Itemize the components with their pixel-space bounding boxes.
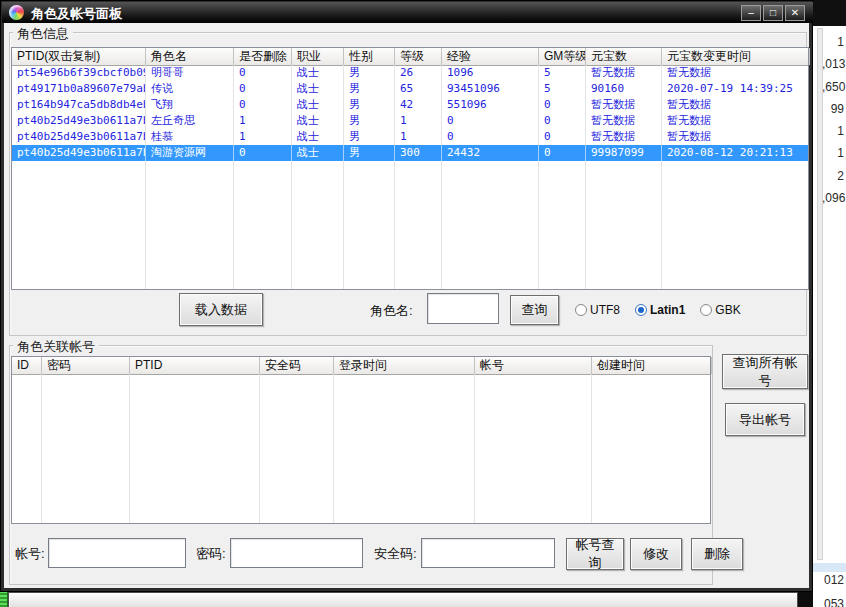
table-row[interactable]: pt49171b0a89607e79ab传说0战士男65934510965901… <box>12 81 808 97</box>
password-input[interactable] <box>230 538 363 568</box>
minimize-button[interactable]: – <box>741 5 761 21</box>
account-label: 帐号: <box>15 545 45 563</box>
account-table[interactable]: ID密码PTID安全码登录时间帐号创建时间 <box>11 356 711 524</box>
table-cell: 65 <box>395 81 442 97</box>
column-header[interactable]: GM等级 <box>539 48 586 65</box>
account-table-header: ID密码PTID安全码登录时间帐号创建时间 <box>12 357 710 375</box>
table-cell: 男 <box>344 129 395 145</box>
security-code-label: 安全码: <box>374 545 417 563</box>
maximize-button[interactable]: □ <box>763 5 783 21</box>
table-cell: 0 <box>539 145 586 161</box>
table-cell: 0 <box>539 129 586 145</box>
account-query-button[interactable]: 帐号查询 <box>566 538 624 570</box>
column-header[interactable]: 是否删除 <box>234 48 292 65</box>
table-cell: 战士 <box>292 113 344 129</box>
table-cell: 战士 <box>292 97 344 113</box>
radio-icon <box>575 304 587 316</box>
table-cell: 左丘奇思 <box>146 113 234 129</box>
table-cell: 男 <box>344 97 395 113</box>
role-name-input[interactable] <box>427 293 499 324</box>
column-header[interactable]: 角色名 <box>146 48 234 65</box>
table-cell: 战士 <box>292 145 344 161</box>
encoding-radio-utf8[interactable]: UTF8 <box>575 303 620 317</box>
table-cell: 1 <box>395 113 442 129</box>
table-cell: 战士 <box>292 65 344 81</box>
table-cell: pt54e96b6f39cbcf0b09 <box>12 65 146 81</box>
column-header[interactable]: 等级 <box>395 48 442 65</box>
load-data-button[interactable]: 载入数据 <box>179 293 263 326</box>
table-cell: 男 <box>344 65 395 81</box>
column-header[interactable]: PTID <box>130 357 260 374</box>
table-cell: 2020-08-12 20:21:13 <box>662 145 808 161</box>
column-header[interactable]: 元宝数 <box>586 48 662 65</box>
table-row[interactable]: pt164b947ca5db8db4eb飞翔0战士男425510960暂无数据暂… <box>12 97 808 113</box>
table-cell: 暂无数据 <box>662 129 808 145</box>
delete-button[interactable]: 删除 <box>691 538 743 570</box>
table-cell: pt40b25d49e3b0611a7b <box>12 129 146 145</box>
app-window: 角色及帐号面板 – □ ✕ 角色信息 PTID(双击复制)角色名是否删除职业性别… <box>0 0 813 592</box>
table-cell: 2020-07-19 14:39:25 <box>662 81 808 97</box>
radio-label: UTF8 <box>590 303 620 317</box>
role-info-group-label: 角色信息 <box>13 25 73 43</box>
table-cell: pt49171b0a89607e79ab <box>12 81 146 97</box>
table-row[interactable]: pt40b25d49e3b0611a7b淘游资源网0战士男30024432099… <box>12 145 808 161</box>
grid-line <box>474 374 475 523</box>
column-header[interactable]: 创建时间 <box>592 357 712 374</box>
table-row[interactable]: pt40b25d49e3b0611a7b桂慕1战士男100暂无数据暂无数据 <box>12 129 808 145</box>
grid-line <box>41 374 42 523</box>
background-window-bar <box>8 592 798 607</box>
encoding-radio-gbk[interactable]: GBK <box>700 303 740 317</box>
column-header[interactable]: ID <box>12 357 42 374</box>
encoding-radio-group: UTF8Latin1GBK <box>575 293 741 326</box>
close-button[interactable]: ✕ <box>785 5 805 21</box>
background-number: ,096 <box>822 187 844 209</box>
table-cell: 明哥哥 <box>146 65 234 81</box>
background-number: ,013 <box>822 53 844 75</box>
table-cell: 0 <box>234 145 292 161</box>
table-cell: 男 <box>344 145 395 161</box>
table-cell: 暂无数据 <box>586 97 662 113</box>
column-header[interactable]: 元宝数变更时间 <box>662 48 810 65</box>
radio-label: GBK <box>715 303 740 317</box>
account-input[interactable] <box>48 538 186 568</box>
title-bar[interactable]: 角色及帐号面板 – □ ✕ <box>2 2 813 23</box>
table-cell: 5 <box>539 81 586 97</box>
modify-button[interactable]: 修改 <box>630 538 682 570</box>
window-controls: – □ ✕ <box>741 5 805 21</box>
encoding-radio-latin1[interactable]: Latin1 <box>635 303 685 317</box>
table-cell: 暂无数据 <box>586 129 662 145</box>
table-cell: 551096 <box>442 97 539 113</box>
column-header[interactable]: 帐号 <box>475 357 592 374</box>
table-cell: 24432 <box>442 145 539 161</box>
table-cell: 暂无数据 <box>586 65 662 81</box>
table-cell: 90160 <box>586 81 662 97</box>
column-header[interactable]: PTID(双击复制) <box>12 48 146 65</box>
table-cell: 5 <box>539 65 586 81</box>
query-button[interactable]: 查询 <box>510 295 559 325</box>
column-header[interactable]: 职业 <box>292 48 344 65</box>
column-header[interactable]: 性别 <box>344 48 395 65</box>
table-cell: 暂无数据 <box>662 113 808 129</box>
table-cell: 桂慕 <box>146 129 234 145</box>
app-icon <box>9 5 24 20</box>
column-header[interactable]: 密码 <box>42 357 130 374</box>
query-all-accounts-button[interactable]: 查询所有帐号 <box>722 354 808 389</box>
screen: 1,013,65099112,096 012 053 角色及帐号面板 – □ ✕… <box>0 0 846 607</box>
column-header[interactable]: 安全码 <box>260 357 334 374</box>
account-group-label: 角色关联帐号 <box>13 338 99 356</box>
table-row[interactable]: pt40b25d49e3b0611a7b左丘奇思1战士男100暂无数据暂无数据 <box>12 113 808 129</box>
table-cell: 战士 <box>292 81 344 97</box>
table-cell: 0 <box>539 97 586 113</box>
table-row[interactable]: pt54e96b6f39cbcf0b09明哥哥0战士男2610965暂无数据暂无… <box>12 65 808 81</box>
background-number: 2 <box>822 165 844 187</box>
radio-label: Latin1 <box>650 303 685 317</box>
table-cell: 暂无数据 <box>662 65 808 81</box>
export-accounts-button[interactable]: 导出帐号 <box>725 403 805 436</box>
security-code-input[interactable] <box>421 538 555 568</box>
column-header[interactable]: 登录时间 <box>334 357 475 374</box>
column-header[interactable]: 经验 <box>442 48 539 65</box>
grid-line <box>129 374 130 523</box>
grid-line <box>259 374 260 523</box>
table-cell: 26 <box>395 65 442 81</box>
role-table[interactable]: PTID(双击复制)角色名是否删除职业性别等级经验GM等级元宝数元宝数变更时间 … <box>11 47 809 290</box>
